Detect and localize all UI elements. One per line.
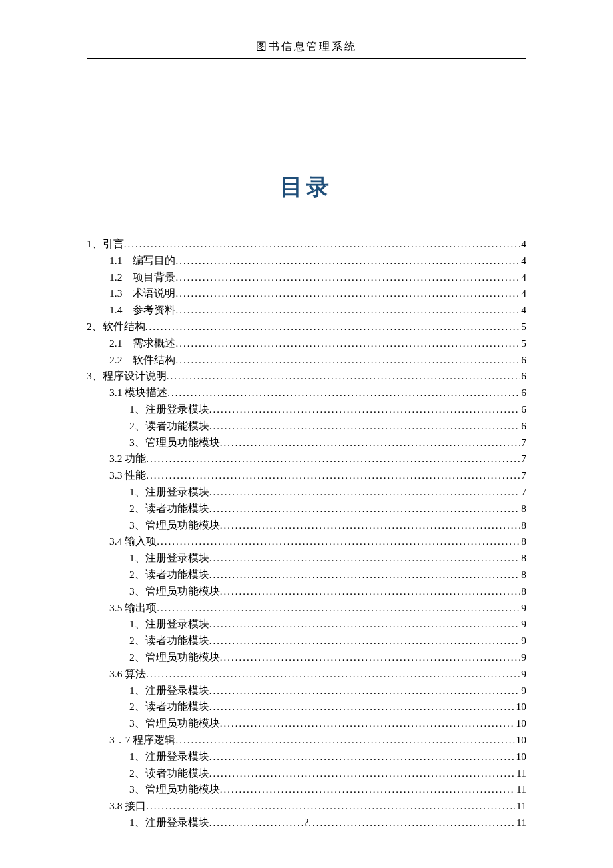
toc-entry-label: 3.3 性能 — [109, 467, 146, 484]
toc-entry-page: 8 — [520, 567, 526, 583]
toc-entry-label: 3、管理员功能模块 — [129, 435, 220, 451]
toc-entry-label: 1、注册登录模块 — [129, 683, 209, 699]
toc-entry-label: 2、读者功能模块 — [129, 501, 209, 517]
toc-leader-dots — [209, 550, 520, 566]
toc-entry: 2、读者功能模块9 — [87, 633, 526, 649]
table-of-contents: 1、引言41.1 编写目的41.2 项目背景41.3 术语说明41.4 参考资料… — [87, 236, 526, 831]
toc-entry: 2.2 软件结构6 — [87, 352, 526, 369]
toc-entry: 1、注册登录模块6 — [87, 401, 526, 418]
toc-leader-dots — [146, 798, 515, 814]
toc-entry-label: 1.1 编写目的 — [109, 253, 175, 269]
toc-entry-label: 2、读者功能模块 — [129, 567, 209, 583]
toc-entry-page: 9 — [520, 649, 526, 666]
toc-entry: 1.1 编写目的4 — [87, 253, 526, 269]
toc-leader-dots — [220, 583, 520, 599]
toc-entry-page: 6 — [520, 352, 526, 369]
toc-entry-page: 8 — [520, 533, 526, 550]
toc-entry: 2、读者功能模块8 — [87, 567, 526, 583]
toc-entry-page: 5 — [520, 335, 526, 352]
toc-entry: 3、管理员功能模块8 — [87, 583, 526, 600]
toc-leader-dots — [209, 567, 520, 583]
toc-entry-label: 3.2 功能 — [109, 451, 146, 467]
toc-leader-dots — [146, 451, 520, 467]
toc-entry-label: 1.2 项目背景 — [109, 269, 175, 286]
toc-entry-label: 1、注册登录模块 — [129, 749, 209, 765]
toc-entry: 1.2 项目背景4 — [87, 269, 526, 286]
toc-leader-dots — [175, 302, 520, 318]
toc-leader-dots — [209, 484, 520, 500]
toc-entry-page: 7 — [520, 451, 526, 467]
toc-leader-dots — [209, 633, 520, 649]
toc-entry: 1、注册登录模块9 — [87, 683, 526, 699]
toc-entry: 3、管理员功能模块8 — [87, 517, 526, 534]
toc-entry-page: 5 — [520, 319, 526, 335]
toc-entry-page: 4 — [520, 253, 526, 269]
toc-entry-label: 2、读者功能模块 — [129, 699, 209, 715]
toc-entry-label: 3、管理员功能模块 — [129, 583, 220, 600]
toc-entry: 2、读者功能模块8 — [87, 501, 526, 517]
toc-entry: 3.4 输入项8 — [87, 533, 526, 550]
toc-entry: 1、引言4 — [87, 236, 526, 253]
toc-entry: 3.3 性能7 — [87, 467, 526, 484]
toc-entry-page: 6 — [520, 385, 526, 401]
toc-leader-dots — [175, 335, 520, 351]
toc-entry-page: 7 — [520, 467, 526, 484]
toc-entry: 1、注册登录模块7 — [87, 484, 526, 501]
toc-entry: 3.5 输出项9 — [87, 600, 526, 617]
toc-entry-label: 2、读者功能模块 — [129, 418, 209, 435]
toc-entry-page: 6 — [520, 418, 526, 435]
toc-entry-page: 10 — [515, 732, 527, 749]
toc-entry-label: 1、注册登录模块 — [129, 484, 209, 501]
toc-leader-dots — [157, 533, 520, 549]
toc-entry-label: 2.1 需求概述 — [109, 335, 175, 352]
toc-leader-dots — [124, 236, 520, 252]
toc-entry: 1、注册登录模块10 — [87, 749, 526, 765]
toc-leader-dots — [175, 352, 520, 368]
toc-entry: 1.3 术语说明4 — [87, 285, 526, 302]
toc-entry: 3、管理员功能模块11 — [87, 781, 526, 798]
toc-leader-dots — [146, 666, 520, 682]
toc-entry-label: 3.4 输入项 — [109, 533, 157, 550]
toc-entry-page: 9 — [520, 633, 526, 649]
toc-entry-page: 9 — [520, 616, 526, 633]
toc-leader-dots — [209, 683, 520, 699]
toc-entry-page: 4 — [520, 269, 526, 286]
toc-entry-label: 1、注册登录模块 — [129, 616, 209, 633]
toc-leader-dots — [167, 368, 520, 384]
toc-leader-dots — [209, 749, 515, 765]
toc-entry-label: 1、注册登录模块 — [129, 401, 209, 418]
toc-leader-dots — [209, 401, 520, 417]
toc-entry-page: 7 — [520, 435, 526, 451]
toc-entry-label: 3、管理员功能模块 — [129, 715, 220, 732]
toc-entry: 3、管理员功能模块7 — [87, 435, 526, 451]
toc-leader-dots — [209, 616, 520, 632]
toc-entry-label: 3、程序设计说明 — [87, 368, 167, 385]
document-page: 图书信息管理系统 目录 1、引言41.1 编写目的41.2 项目背景41.3 术… — [0, 0, 613, 858]
toc-entry-page: 6 — [520, 368, 526, 385]
toc-entry-label: 2、软件结构 — [87, 319, 145, 335]
toc-entry-page: 8 — [520, 583, 526, 600]
toc-leader-dots — [220, 517, 520, 533]
toc-leader-dots — [175, 269, 520, 285]
toc-entry-label: 3、管理员功能模块 — [129, 517, 220, 534]
toc-leader-dots — [175, 732, 514, 748]
toc-leader-dots — [175, 253, 520, 269]
toc-entry-label: 1、注册登录模块 — [129, 550, 209, 567]
toc-leader-dots — [209, 501, 520, 517]
toc-entry: 2、读者功能模块10 — [87, 699, 526, 715]
toc-entry: 3、管理员功能模块10 — [87, 715, 526, 732]
toc-leader-dots — [220, 781, 515, 797]
toc-leader-dots — [145, 319, 520, 335]
toc-entry: 2、读者功能模块6 — [87, 418, 526, 435]
toc-entry-page: 4 — [520, 285, 526, 302]
toc-entry-page: 6 — [520, 401, 526, 418]
toc-entry-label: 2.2 软件结构 — [109, 352, 175, 369]
toc-leader-dots — [146, 467, 520, 483]
page-number: 2 — [0, 817, 613, 828]
toc-leader-dots — [157, 600, 520, 616]
toc-leader-dots — [167, 385, 520, 401]
toc-entry-label: 3.1 模块描述 — [109, 385, 167, 401]
toc-entry-page: 10 — [515, 749, 527, 765]
toc-entry-label: 1、引言 — [87, 236, 124, 253]
toc-entry-label: 1.3 术语说明 — [109, 285, 175, 302]
